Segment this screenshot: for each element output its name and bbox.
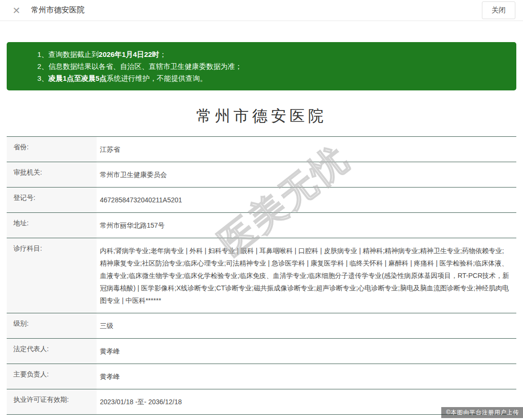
row-label: 级别: <box>7 313 97 338</box>
close-icon[interactable]: ✕ <box>12 6 21 15</box>
row-value: 黄孝峰 <box>97 364 516 389</box>
row-label: 省份: <box>7 137 97 162</box>
table-row-main-person-in-charge: 主要负责人: 黄孝峰 <box>7 364 516 389</box>
row-label: 审批机关: <box>7 162 97 187</box>
notice-line: 3、凌晨1点至凌晨5点系统进行维护，不能提供查询。 <box>37 72 510 84</box>
copyright-note: ©本图由平台注册用户上传 <box>441 407 523 418</box>
window-header: ✕ 常州市德安医院 关闭 <box>0 0 523 21</box>
table-row-registration-number: 登记号: 46728584732040211A5201 <box>7 188 516 213</box>
row-label: 诊疗科目: <box>7 238 97 313</box>
row-label: 主要负责人: <box>7 364 97 389</box>
row-label: 法定代表人: <box>7 339 97 364</box>
close-button[interactable]: 关闭 <box>482 1 515 19</box>
row-value: 常州市丽华北路157号 <box>97 213 516 238</box>
notice-banner: 1、查询数据截止到2026年1月4日22时； 2、信息数据结果以各省、自治区、直… <box>7 42 516 90</box>
table-row-license-validity: 执业许可证有效期: 2023/01/18 -至- 2036/12/18 <box>7 389 516 415</box>
window-title: 常州市德安医院 <box>31 5 85 15</box>
row-value: 46728584732040211A5201 <box>97 188 516 212</box>
popup-content: 1、查询数据截止到2026年1月4日22时； 2、信息数据结果以各省、自治区、直… <box>0 42 523 420</box>
row-label: 执业许可证有效期: <box>7 389 97 414</box>
row-value: 黄孝峰 <box>97 339 516 364</box>
notice-line: 2、信息数据结果以各省、自治区、直辖市卫生健康委数据为准； <box>37 60 510 72</box>
info-table: 省份: 江苏省 审批机关: 常州市卫生健康委员会 登记号: 4672858473… <box>7 136 516 415</box>
row-value: 江苏省 <box>97 137 516 162</box>
table-row-approval-authority: 审批机关: 常州市卫生健康委员会 <box>7 162 516 188</box>
row-value: 常州市卫生健康委员会 <box>97 162 516 187</box>
row-value: 三级 <box>97 313 516 338</box>
table-row-province: 省份: 江苏省 <box>7 137 516 162</box>
table-row-legal-representative: 法定代表人: 黄孝峰 <box>7 339 516 364</box>
notice-line: 1、查询数据截止到2026年1月4日22时； <box>37 48 510 60</box>
table-row-medical-subjects: 诊疗科目: 内科;肾病学专业;老年病专业 | 外科 | 妇科专业 | 眼科 | … <box>7 238 516 313</box>
hospital-title: 常州市德安医院 <box>7 106 516 127</box>
row-value: 内科;肾病学专业;老年病专业 | 外科 | 妇科专业 | 眼科 | 耳鼻咽喉科 … <box>97 238 516 313</box>
row-label: 登记号: <box>7 188 97 212</box>
table-row-address: 地址: 常州市丽华北路157号 <box>7 213 516 238</box>
row-label: 地址: <box>7 213 97 238</box>
table-row-level: 级别: 三级 <box>7 313 516 339</box>
